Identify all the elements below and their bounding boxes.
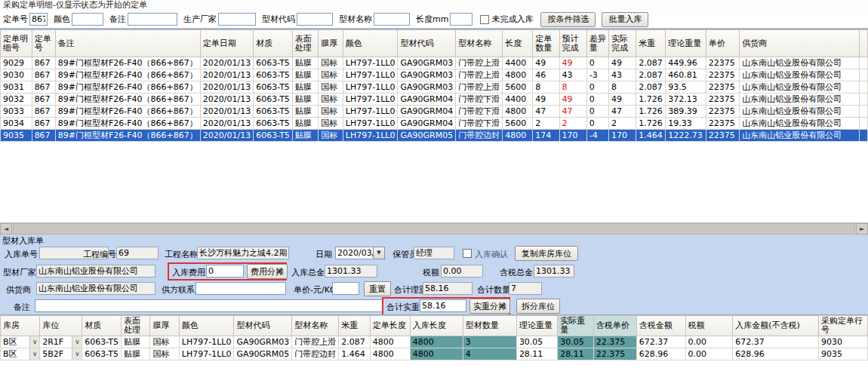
cell[interactable]: 49	[533, 94, 559, 106]
table-row[interactable]: 903286789#门框型材F26-F40（866+867）2020/01/13…	[1, 94, 868, 106]
cell[interactable]: 贴膜	[292, 130, 318, 142]
cell[interactable]: 174	[533, 130, 559, 142]
date-dropdown-icon[interactable]: ▼	[373, 247, 385, 259]
cell[interactable]: 4800	[503, 130, 533, 142]
cell[interactable]: 0	[586, 94, 608, 106]
cell[interactable]: 22375	[706, 57, 739, 69]
cell[interactable]: 贴膜	[122, 336, 150, 348]
column-header[interactable]: 入库长度	[410, 316, 463, 336]
column-header[interactable]: 库位	[40, 316, 82, 336]
cell[interactable]: 49	[559, 57, 586, 69]
keeper-input[interactable]	[414, 247, 454, 259]
cell[interactable]: 93.5	[666, 81, 706, 94]
cell[interactable]: 867	[32, 130, 55, 142]
cell[interactable]: 867	[32, 57, 55, 69]
cell[interactable]: 867	[32, 94, 55, 106]
cell[interactable]: 5B2F∨	[40, 348, 82, 360]
cell[interactable]: LH797-1LL0	[343, 106, 398, 118]
cell[interactable]: 2020/01/13	[200, 118, 253, 130]
cell[interactable]: 0	[586, 57, 608, 69]
cell[interactable]: 170	[609, 130, 636, 142]
cell[interactable]: 22375	[706, 94, 739, 106]
cell[interactable]: 89#门框型材F26-F40（866+867）	[55, 57, 200, 69]
fee-share-button[interactable]: 费用分摊	[247, 264, 288, 279]
cell[interactable]: 9030	[818, 336, 867, 348]
unfinished-checkbox[interactable]	[480, 15, 489, 24]
chevron-down-icon[interactable]: ∨	[72, 348, 82, 360]
column-header[interactable]: 库房	[1, 316, 40, 336]
cell[interactable]: 2020/01/13	[200, 94, 253, 106]
cell[interactable]: 山东南山铝业股份有限公司	[740, 94, 860, 106]
cell[interactable]: 6063-T5	[254, 81, 293, 94]
column-header[interactable]: 采购定单行号	[818, 316, 867, 336]
column-header[interactable]: 税额	[685, 316, 733, 336]
column-header[interactable]: 含税单价	[593, 316, 636, 336]
cell[interactable]: 2	[559, 118, 586, 130]
cell[interactable]: 389.39	[666, 106, 706, 118]
total-qty-input[interactable]	[509, 282, 542, 295]
batch-inbound-button[interactable]: 批量入库	[602, 12, 648, 27]
cell[interactable]: 2020/01/13	[200, 106, 253, 118]
cell[interactable]: 6063-T5	[254, 69, 293, 81]
split-location-button[interactable]: 拆分库位	[516, 299, 560, 314]
column-header[interactable]: 含税金额	[636, 316, 685, 336]
cell[interactable]: 0.00	[685, 336, 733, 348]
cell[interactable]: 贴膜	[292, 118, 318, 130]
cell[interactable]: 867	[32, 106, 55, 118]
cell[interactable]: 2020/01/13	[200, 130, 253, 142]
table-row[interactable]: 903586789#门框型材F26-F40（866+867）2020/01/13…	[1, 130, 868, 142]
cell[interactable]: 山东南山铝业股份有限公司	[740, 118, 860, 130]
cell[interactable]: 国标	[150, 336, 179, 348]
column-header[interactable]: 差异量	[586, 30, 608, 57]
scroll-right-icon[interactable]: ►	[856, 223, 868, 235]
cell[interactable]: 28.11	[558, 348, 593, 360]
cell[interactable]: 1.726	[636, 106, 666, 118]
cell[interactable]: 170	[559, 130, 586, 142]
column-header[interactable]: 型材代码	[398, 30, 456, 57]
tax-total-input[interactable]	[534, 265, 574, 277]
cell[interactable]: LH797-1LL0	[343, 118, 398, 130]
cell[interactable]: 2020/01/13	[200, 81, 253, 94]
scroll-left-icon[interactable]: ◄	[0, 223, 12, 235]
cell[interactable]: 4	[463, 348, 516, 360]
cell[interactable]: 22375	[706, 69, 739, 81]
cell[interactable]: 0.00	[685, 348, 733, 360]
cell[interactable]: 9033	[1, 106, 32, 118]
cell[interactable]: 山东南山铝业股份有限公司	[740, 57, 860, 69]
scrollbar-thumb[interactable]	[13, 223, 855, 235]
cell[interactable]: LH797-1LL0	[343, 81, 398, 94]
column-header[interactable]: 型材名称	[456, 30, 503, 57]
length-input[interactable]	[450, 13, 472, 26]
column-header[interactable]: 入库金额(不含税)	[733, 316, 819, 336]
cell[interactable]: 30.05	[516, 336, 557, 348]
cell[interactable]: 46	[533, 69, 559, 81]
reset-button[interactable]: 重置	[364, 281, 391, 296]
cell[interactable]: 89#门框型材F26-F40（866+867）	[55, 81, 200, 94]
table-row[interactable]: 903486789#门框型材F26-F40（866+867）2020/01/13…	[1, 118, 868, 130]
cell[interactable]: GA90GRM03	[398, 69, 456, 81]
column-header[interactable]: 单价	[706, 30, 739, 57]
cell[interactable]: 门带腔边封	[292, 348, 339, 360]
fee-input[interactable]	[206, 265, 244, 277]
cell[interactable]: 4400	[503, 94, 533, 106]
chevron-down-icon[interactable]: ∨	[29, 336, 39, 348]
chevron-down-icon[interactable]: ∨	[29, 348, 39, 360]
column-header[interactable]: 预计完成	[559, 30, 586, 57]
cell[interactable]: 贴膜	[292, 106, 318, 118]
cell[interactable]: 贴膜	[122, 348, 150, 360]
cell[interactable]: 贴膜	[292, 94, 318, 106]
cell[interactable]: 1.464	[339, 348, 370, 360]
cell[interactable]: 47	[609, 106, 636, 118]
copy-location-button[interactable]: 复制库房库位	[515, 246, 578, 261]
cell[interactable]: LH797-1LL0	[179, 336, 234, 348]
column-header[interactable]: 理论重量	[666, 30, 706, 57]
tax-input[interactable]	[441, 265, 483, 277]
profile-code-input[interactable]	[297, 13, 333, 26]
cell[interactable]: 28.11	[516, 348, 557, 360]
unit-price-input[interactable]	[332, 282, 359, 295]
column-header[interactable]: 表面处理	[122, 316, 150, 336]
table-row[interactable]: 902986789#门框型材F26-F40（866+867）2020/01/13…	[1, 57, 868, 69]
cell[interactable]: B区∨	[1, 348, 40, 360]
cell[interactable]: LH797-1LL0	[343, 130, 398, 142]
color-input[interactable]	[72, 13, 103, 26]
